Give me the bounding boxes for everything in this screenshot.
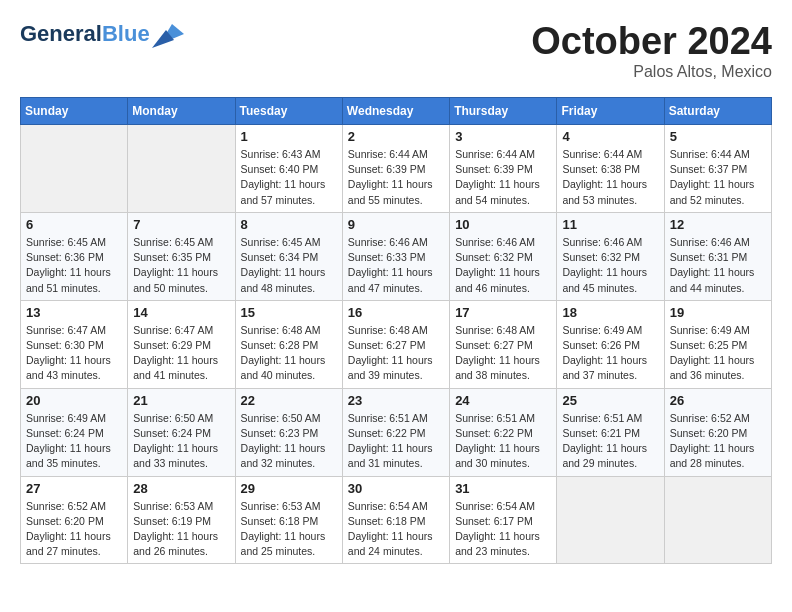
day-number: 20: [26, 393, 122, 408]
calendar-cell: 16Sunrise: 6:48 AMSunset: 6:27 PMDayligh…: [342, 300, 449, 388]
calendar-cell: 14Sunrise: 6:47 AMSunset: 6:29 PMDayligh…: [128, 300, 235, 388]
calendar-cell: 18Sunrise: 6:49 AMSunset: 6:26 PMDayligh…: [557, 300, 664, 388]
calendar-cell: 23Sunrise: 6:51 AMSunset: 6:22 PMDayligh…: [342, 388, 449, 476]
day-number: 14: [133, 305, 229, 320]
weekday-header: Tuesday: [235, 98, 342, 125]
day-info: Sunrise: 6:45 AMSunset: 6:36 PMDaylight:…: [26, 235, 122, 296]
day-info: Sunrise: 6:54 AMSunset: 6:18 PMDaylight:…: [348, 499, 444, 560]
calendar-cell: 10Sunrise: 6:46 AMSunset: 6:32 PMDayligh…: [450, 212, 557, 300]
day-info: Sunrise: 6:44 AMSunset: 6:37 PMDaylight:…: [670, 147, 766, 208]
day-info: Sunrise: 6:49 AMSunset: 6:25 PMDaylight:…: [670, 323, 766, 384]
day-number: 17: [455, 305, 551, 320]
day-number: 5: [670, 129, 766, 144]
day-number: 30: [348, 481, 444, 496]
calendar-cell: 1Sunrise: 6:43 AMSunset: 6:40 PMDaylight…: [235, 125, 342, 213]
calendar-cell: 15Sunrise: 6:48 AMSunset: 6:28 PMDayligh…: [235, 300, 342, 388]
day-info: Sunrise: 6:51 AMSunset: 6:21 PMDaylight:…: [562, 411, 658, 472]
day-info: Sunrise: 6:45 AMSunset: 6:34 PMDaylight:…: [241, 235, 337, 296]
location-title: Palos Altos, Mexico: [531, 63, 772, 81]
day-number: 8: [241, 217, 337, 232]
weekday-header: Thursday: [450, 98, 557, 125]
calendar-cell: [128, 125, 235, 213]
day-info: Sunrise: 6:46 AMSunset: 6:32 PMDaylight:…: [562, 235, 658, 296]
calendar-week-row: 20Sunrise: 6:49 AMSunset: 6:24 PMDayligh…: [21, 388, 772, 476]
logo: GeneralBlue: [20, 20, 184, 48]
day-number: 7: [133, 217, 229, 232]
calendar-cell: 19Sunrise: 6:49 AMSunset: 6:25 PMDayligh…: [664, 300, 771, 388]
day-info: Sunrise: 6:50 AMSunset: 6:23 PMDaylight:…: [241, 411, 337, 472]
calendar-cell: 24Sunrise: 6:51 AMSunset: 6:22 PMDayligh…: [450, 388, 557, 476]
day-info: Sunrise: 6:51 AMSunset: 6:22 PMDaylight:…: [348, 411, 444, 472]
calendar-week-row: 27Sunrise: 6:52 AMSunset: 6:20 PMDayligh…: [21, 476, 772, 564]
day-info: Sunrise: 6:44 AMSunset: 6:39 PMDaylight:…: [455, 147, 551, 208]
calendar-cell: 29Sunrise: 6:53 AMSunset: 6:18 PMDayligh…: [235, 476, 342, 564]
day-info: Sunrise: 6:47 AMSunset: 6:30 PMDaylight:…: [26, 323, 122, 384]
day-number: 2: [348, 129, 444, 144]
day-number: 15: [241, 305, 337, 320]
day-number: 19: [670, 305, 766, 320]
day-info: Sunrise: 6:45 AMSunset: 6:35 PMDaylight:…: [133, 235, 229, 296]
day-info: Sunrise: 6:48 AMSunset: 6:28 PMDaylight:…: [241, 323, 337, 384]
calendar-cell: [664, 476, 771, 564]
calendar-cell: 28Sunrise: 6:53 AMSunset: 6:19 PMDayligh…: [128, 476, 235, 564]
day-number: 26: [670, 393, 766, 408]
day-info: Sunrise: 6:52 AMSunset: 6:20 PMDaylight:…: [26, 499, 122, 560]
calendar-cell: 13Sunrise: 6:47 AMSunset: 6:30 PMDayligh…: [21, 300, 128, 388]
day-number: 24: [455, 393, 551, 408]
day-number: 13: [26, 305, 122, 320]
day-number: 11: [562, 217, 658, 232]
day-info: Sunrise: 6:50 AMSunset: 6:24 PMDaylight:…: [133, 411, 229, 472]
calendar-cell: 21Sunrise: 6:50 AMSunset: 6:24 PMDayligh…: [128, 388, 235, 476]
weekday-header-row: SundayMondayTuesdayWednesdayThursdayFrid…: [21, 98, 772, 125]
day-number: 3: [455, 129, 551, 144]
calendar-cell: 12Sunrise: 6:46 AMSunset: 6:31 PMDayligh…: [664, 212, 771, 300]
day-number: 22: [241, 393, 337, 408]
day-number: 6: [26, 217, 122, 232]
day-info: Sunrise: 6:44 AMSunset: 6:38 PMDaylight:…: [562, 147, 658, 208]
weekday-header: Saturday: [664, 98, 771, 125]
calendar-cell: 27Sunrise: 6:52 AMSunset: 6:20 PMDayligh…: [21, 476, 128, 564]
day-info: Sunrise: 6:53 AMSunset: 6:19 PMDaylight:…: [133, 499, 229, 560]
day-number: 29: [241, 481, 337, 496]
calendar-week-row: 13Sunrise: 6:47 AMSunset: 6:30 PMDayligh…: [21, 300, 772, 388]
calendar-cell: 5Sunrise: 6:44 AMSunset: 6:37 PMDaylight…: [664, 125, 771, 213]
calendar-cell: 9Sunrise: 6:46 AMSunset: 6:33 PMDaylight…: [342, 212, 449, 300]
day-info: Sunrise: 6:47 AMSunset: 6:29 PMDaylight:…: [133, 323, 229, 384]
day-number: 1: [241, 129, 337, 144]
day-number: 10: [455, 217, 551, 232]
day-number: 23: [348, 393, 444, 408]
day-info: Sunrise: 6:53 AMSunset: 6:18 PMDaylight:…: [241, 499, 337, 560]
calendar-cell: 26Sunrise: 6:52 AMSunset: 6:20 PMDayligh…: [664, 388, 771, 476]
calendar-week-row: 6Sunrise: 6:45 AMSunset: 6:36 PMDaylight…: [21, 212, 772, 300]
title-block: October 2024 Palos Altos, Mexico: [531, 20, 772, 81]
day-info: Sunrise: 6:48 AMSunset: 6:27 PMDaylight:…: [455, 323, 551, 384]
day-number: 12: [670, 217, 766, 232]
calendar-cell: 17Sunrise: 6:48 AMSunset: 6:27 PMDayligh…: [450, 300, 557, 388]
day-info: Sunrise: 6:51 AMSunset: 6:22 PMDaylight:…: [455, 411, 551, 472]
calendar-cell: 22Sunrise: 6:50 AMSunset: 6:23 PMDayligh…: [235, 388, 342, 476]
weekday-header: Sunday: [21, 98, 128, 125]
day-info: Sunrise: 6:43 AMSunset: 6:40 PMDaylight:…: [241, 147, 337, 208]
day-number: 18: [562, 305, 658, 320]
calendar-table: SundayMondayTuesdayWednesdayThursdayFrid…: [20, 97, 772, 564]
day-number: 27: [26, 481, 122, 496]
day-info: Sunrise: 6:48 AMSunset: 6:27 PMDaylight:…: [348, 323, 444, 384]
logo-text: GeneralBlue: [20, 22, 150, 46]
day-number: 21: [133, 393, 229, 408]
day-number: 25: [562, 393, 658, 408]
weekday-header: Friday: [557, 98, 664, 125]
day-info: Sunrise: 6:46 AMSunset: 6:33 PMDaylight:…: [348, 235, 444, 296]
calendar-cell: 20Sunrise: 6:49 AMSunset: 6:24 PMDayligh…: [21, 388, 128, 476]
calendar-week-row: 1Sunrise: 6:43 AMSunset: 6:40 PMDaylight…: [21, 125, 772, 213]
day-number: 4: [562, 129, 658, 144]
calendar-cell: 3Sunrise: 6:44 AMSunset: 6:39 PMDaylight…: [450, 125, 557, 213]
calendar-cell: 30Sunrise: 6:54 AMSunset: 6:18 PMDayligh…: [342, 476, 449, 564]
calendar-cell: [557, 476, 664, 564]
page-header: GeneralBlue October 2024 Palos Altos, Me…: [20, 20, 772, 81]
logo-icon: [152, 20, 184, 48]
day-number: 9: [348, 217, 444, 232]
day-info: Sunrise: 6:46 AMSunset: 6:31 PMDaylight:…: [670, 235, 766, 296]
calendar-cell: 11Sunrise: 6:46 AMSunset: 6:32 PMDayligh…: [557, 212, 664, 300]
calendar-cell: 7Sunrise: 6:45 AMSunset: 6:35 PMDaylight…: [128, 212, 235, 300]
calendar-cell: [21, 125, 128, 213]
